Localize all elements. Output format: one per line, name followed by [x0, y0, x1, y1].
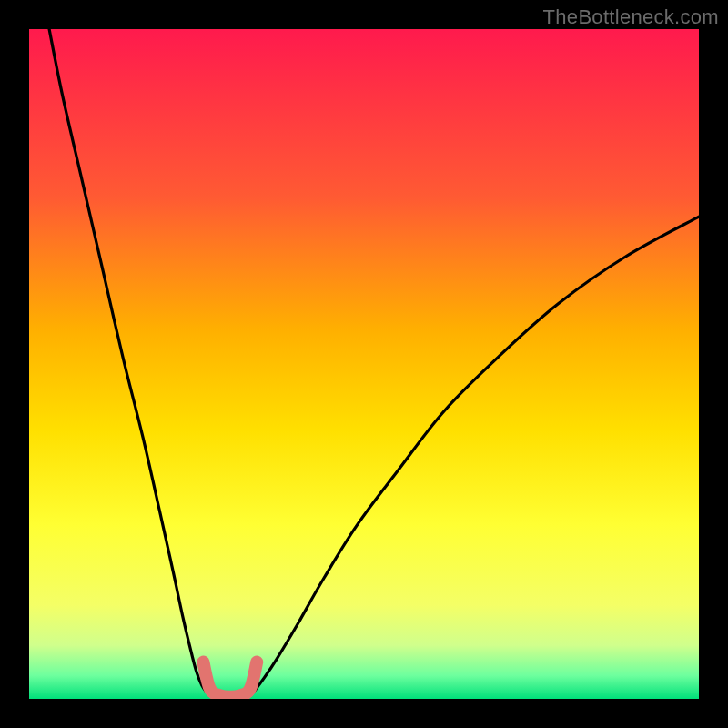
- chart-background: [29, 29, 699, 699]
- plot-area: [29, 29, 699, 699]
- chart-svg: [29, 29, 699, 699]
- watermark-text: TheBottleneck.com: [543, 5, 719, 29]
- chart-frame: TheBottleneck.com: [0, 0, 728, 728]
